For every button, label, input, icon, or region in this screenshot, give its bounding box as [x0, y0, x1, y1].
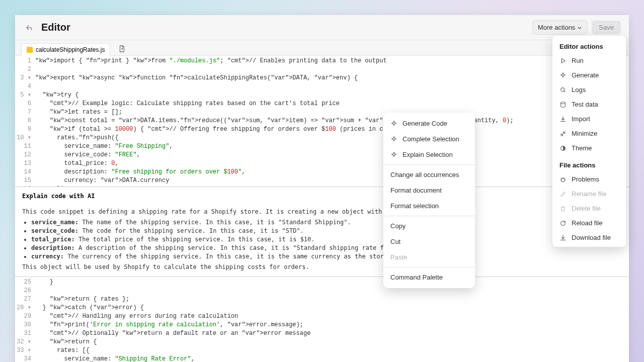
action-rename-file: Rename file [552, 187, 626, 201]
svg-point-1 [561, 102, 566, 104]
chevron-down-icon [577, 25, 582, 30]
js-file-icon [27, 47, 33, 53]
bug-icon [559, 176, 567, 183]
svg-point-3 [561, 178, 565, 182]
ctx-command-palette[interactable]: Command Palette [383, 269, 475, 285]
save-button[interactable]: Save [592, 21, 621, 34]
action-reload-file[interactable]: Reload file [552, 216, 626, 230]
action-logs[interactable]: Logs [552, 82, 626, 97]
download-icon [559, 234, 567, 241]
reload-icon [559, 220, 567, 227]
tab-filename: calculateShippingRates.js [36, 46, 105, 53]
action-run[interactable]: Run [552, 53, 626, 68]
action-test-data[interactable]: Test data [552, 97, 626, 112]
separator [383, 267, 475, 267]
search-icon [559, 86, 567, 94]
back-icon [26, 24, 33, 31]
ctx-explain-selection[interactable]: Explain Selection [383, 147, 475, 162]
ctx-generate-code[interactable]: Generate Code [383, 116, 475, 131]
trash-icon [559, 205, 567, 212]
gutter: 123 ▾45 ▾678910 ▾11121314151617 ▾18 ▾192… [15, 56, 35, 187]
action-delete-file: Delete file [552, 201, 626, 216]
new-file-button[interactable] [116, 43, 127, 54]
code-editor-bottom[interactable]: 25262728 ▾29303132 ▾33 ▾34 } "kw">return… [15, 277, 629, 362]
sparkle-icon [390, 151, 397, 158]
page-title: Editor [41, 22, 532, 33]
minimize-icon [559, 130, 567, 137]
new-file-icon [118, 45, 125, 52]
app-panel: Editor More actions Save calculateShippi… [15, 15, 629, 362]
code-content: } "kw">return { rates }; } "kw">catch ("… [35, 277, 629, 362]
ai-outro: This object will be used by Shopify to c… [22, 263, 622, 272]
database-icon [559, 101, 567, 108]
separator [383, 164, 475, 165]
action-theme[interactable]: Theme [552, 141, 626, 155]
ctx-cut[interactable]: Cut [383, 234, 475, 249]
more-actions-label: More actions [538, 24, 575, 31]
code-editor-top[interactable]: 123 ▾45 ▾678910 ▾11121314151617 ▾18 ▾192… [15, 56, 629, 187]
separator [383, 216, 475, 216]
ai-panel-body: This code snippet is defining a shipping… [22, 208, 622, 272]
ctx-format-document[interactable]: Format document [383, 183, 475, 198]
code-content: "kw">import { "fn">print } "kw">from "./… [35, 56, 629, 187]
back-button[interactable] [23, 22, 35, 34]
gutter: 25262728 ▾29303132 ▾33 ▾34 [15, 277, 35, 362]
action-generate[interactable]: Generate [552, 68, 626, 82]
sparkle-icon [390, 120, 397, 127]
ai-explain-panel: Explain code with AI This code snippet i… [15, 187, 629, 277]
play-icon [559, 57, 567, 64]
popover-section-editor: Editor actions [552, 41, 626, 53]
ctx-format-selection[interactable]: Format selection [383, 198, 475, 214]
ctx-copy[interactable]: Copy [383, 218, 475, 234]
theme-icon [559, 145, 567, 152]
more-actions-button[interactable]: More actions [532, 20, 588, 35]
ctx-paste: Paste [383, 249, 475, 265]
actions-popover: Editor actions Run Generate Logs Test da… [552, 36, 626, 247]
action-problems[interactable]: Problems [552, 172, 626, 187]
sparkle-icon [390, 136, 397, 143]
ai-bullets: service_name: The name of the shipping s… [31, 218, 622, 261]
popover-section-file: File actions [552, 159, 626, 172]
action-minimize[interactable]: Minimize [552, 126, 626, 141]
action-download-file[interactable]: Download file [552, 230, 626, 245]
tab-bar: calculateShippingRates.js [15, 40, 629, 56]
context-menu: Generate Code Complete Selection Explain… [383, 113, 475, 288]
action-import[interactable]: Import [552, 112, 626, 126]
tab-active[interactable]: calculateShippingRates.js [21, 43, 110, 56]
svg-point-0 [561, 87, 565, 91]
header: Editor More actions Save [15, 15, 629, 40]
sparkle-icon [559, 72, 567, 79]
ctx-complete-selection[interactable]: Complete Selection [383, 131, 475, 147]
ai-panel-title: Explain code with AI [22, 192, 622, 201]
ai-intro: This code snippet is defining a shipping… [22, 208, 622, 216]
pencil-icon [559, 191, 567, 198]
ctx-change-all[interactable]: Change all occurrences [383, 167, 475, 183]
download-icon [559, 116, 567, 123]
